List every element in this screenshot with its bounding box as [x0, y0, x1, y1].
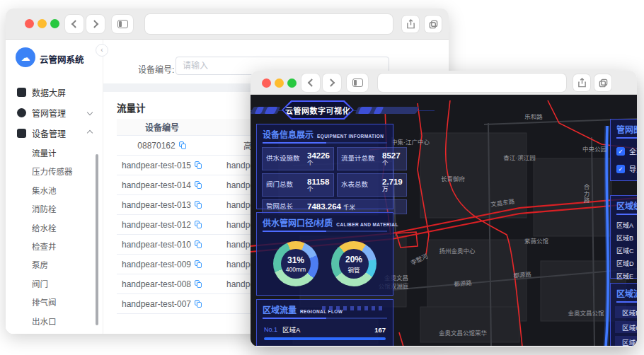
chevron-left-icon: [71, 20, 79, 28]
card-title: 流量计: [117, 100, 146, 115]
zoom-button[interactable]: [50, 19, 59, 28]
sidebar-subitem[interactable]: 排气阀: [6, 293, 103, 310]
region-flow2-panel: 区域流速 区域B区域C区域D区域E: [610, 283, 637, 346]
legend-row[interactable]: 区域A: [611, 219, 637, 231]
panel-underline: [263, 318, 387, 319]
panel-underline: [616, 214, 637, 215]
sidebar-scrollbar[interactable]: [96, 154, 98, 325]
copy-icon[interactable]: [195, 181, 202, 190]
sidebar-subitem[interactable]: 阀门: [6, 275, 103, 292]
checkbox-label: 全选: [629, 146, 637, 156]
donut-label: 铜管: [347, 265, 360, 274]
share-icon: [406, 19, 415, 29]
close-button[interactable]: [262, 78, 271, 88]
stat-label: 管网总长: [266, 203, 307, 210]
sidebar: ☁ 云管网系统 ‹ 数据大屏管网管理设备管理 流量计压力传感器集水池消防栓给水栓…: [6, 40, 103, 334]
browser-chrome: [251, 71, 637, 95]
regional-flow-list: No.1区域A167No.2区域C123: [257, 322, 393, 346]
tab-overview-button[interactable]: [594, 74, 611, 91]
tab-overview-button[interactable]: [425, 16, 442, 33]
copy-icon[interactable]: [195, 240, 202, 249]
copy-icon[interactable]: [195, 221, 202, 229]
panel-title: 区域流量: [263, 303, 297, 315]
sidebar-subitem[interactable]: 流量计: [6, 144, 103, 161]
copy-icon[interactable]: [195, 300, 202, 308]
panel-title: 管网图层: [616, 123, 637, 135]
sidebar-collapse-button[interactable]: ‹: [96, 44, 108, 57]
stat-value: 81158个: [307, 178, 329, 193]
copy-icon[interactable]: [195, 260, 202, 269]
device-number-cell: handpear-test-008: [117, 279, 207, 289]
legend-row[interactable]: 区域C: [611, 244, 637, 257]
flow-progress-bar: [264, 337, 386, 340]
legend-row[interactable]: 区域B: [611, 231, 637, 244]
address-bar[interactable]: [145, 14, 393, 34]
back-button[interactable]: [301, 74, 320, 92]
copy-icon[interactable]: [195, 161, 202, 170]
panel-underline: [263, 142, 387, 144]
forward-button[interactable]: [323, 74, 341, 92]
sidebar-subitem[interactable]: 消防栓: [6, 200, 103, 217]
stat-cell: 阀门总数81158个: [262, 173, 334, 197]
copy-icon[interactable]: [179, 141, 187, 150]
stat-cell: 水表总数2.719万: [337, 173, 407, 197]
stat-value: 34226个: [307, 151, 330, 167]
forward-button[interactable]: [86, 15, 105, 33]
device-icon: [17, 129, 26, 138]
tabs-icon: [429, 20, 438, 29]
address-bar[interactable]: [378, 74, 566, 92]
sidebar-subitem[interactable]: 压力传感器: [6, 163, 103, 180]
panel-subtitle: CALIBER AND MATERIAL: [336, 222, 398, 227]
panel-underline: [616, 137, 637, 139]
panel-subtitle: EQUIPMENT INFORMATION: [317, 134, 384, 139]
flow-rank: No.1: [264, 326, 277, 333]
sidebar-toggle-button[interactable]: [112, 15, 133, 33]
region-flow2-list: 区域B区域C区域D区域E: [611, 306, 637, 346]
close-button[interactable]: [25, 19, 34, 28]
sidebar-subitem[interactable]: 给水栓: [6, 219, 103, 236]
region-flow2-row[interactable]: 区域C: [615, 321, 637, 333]
share-button[interactable]: [402, 16, 419, 33]
sidebar-item[interactable]: 设备管理: [6, 123, 103, 143]
region-flow2-row[interactable]: 区域D: [615, 336, 637, 346]
stat-value: 7483.264千米: [307, 202, 355, 211]
zoom-button[interactable]: [287, 78, 297, 88]
region-flow2-row[interactable]: 区域B: [615, 306, 637, 318]
column-header-device-number: 设备编号: [117, 121, 207, 133]
sidebar-subitem[interactable]: 水源井: [6, 331, 103, 334]
panel-title: 设备信息展示: [263, 128, 314, 140]
sidebar-subitem[interactable]: 出水口: [6, 313, 103, 330]
pipe-icon: [17, 108, 26, 117]
checkbox-checked-icon[interactable]: ✓: [616, 165, 625, 173]
minimize-button[interactable]: [275, 78, 284, 88]
copy-icon[interactable]: [195, 201, 202, 209]
sidebar-toggle-button[interactable]: [347, 74, 368, 92]
stat-unit: 千米: [343, 204, 355, 211]
stat-label: 水表总数: [341, 181, 382, 188]
back-button[interactable]: [65, 15, 84, 33]
share-icon: [577, 78, 587, 88]
device-number-cell: handpear-test-009: [117, 260, 207, 269]
legend-row[interactable]: 区域D: [611, 257, 637, 269]
sidebar-subitem[interactable]: 集水池: [6, 182, 103, 199]
screenshot-canvas: ☁ 云管网系统 ‹ 数据大屏管网管理设备管理 流量计压力传感器集水池消防栓给水栓…: [0, 0, 644, 355]
share-button[interactable]: [573, 74, 590, 91]
device-number-cell: handpear-test-012: [117, 220, 207, 230]
layer-checkbox-row[interactable]: ✓导入: [611, 160, 637, 178]
legend-name: 区域D: [616, 259, 634, 268]
layer-checkbox-row[interactable]: ✓全选: [611, 142, 637, 160]
minimize-button[interactable]: [38, 19, 47, 28]
logo-row: ☁ 云管网系统: [6, 45, 103, 74]
legend-row[interactable]: 区域E: [611, 269, 637, 282]
sidebar-subitem[interactable]: 检查井: [6, 238, 103, 255]
sidebar-subitem[interactable]: 泵房: [6, 256, 103, 273]
donut-chart: 31%400mm: [273, 241, 318, 286]
copy-icon[interactable]: [195, 280, 202, 289]
checkbox-checked-icon[interactable]: ✓: [616, 147, 625, 156]
panel-underline: [616, 301, 637, 303]
sidebar-item[interactable]: 管网管理: [6, 103, 103, 122]
sidebar-item[interactable]: 数据大屏: [6, 82, 103, 102]
legend-name: 区域B: [616, 233, 633, 243]
stat-cell: 流量计总数8527个: [337, 147, 407, 170]
device-number-cell: handpear-test-014: [117, 180, 207, 190]
